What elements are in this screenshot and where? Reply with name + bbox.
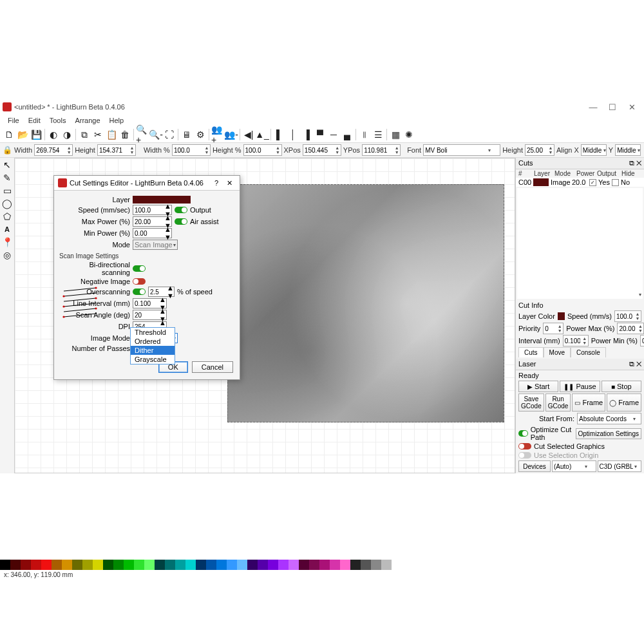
palette-swatch[interactable] <box>289 560 299 570</box>
save-gcode-button[interactable]: Save GCode <box>518 393 544 412</box>
alignm-icon[interactable]: ─ <box>327 128 340 141</box>
palette-swatch[interactable] <box>206 560 216 570</box>
optset-button[interactable]: Optimization Settings <box>576 428 642 439</box>
ellipse-tool-icon[interactable]: ◯ <box>1 198 13 209</box>
tab-move[interactable]: Move <box>544 347 571 357</box>
alignc-icon[interactable]: │ <box>287 128 299 141</box>
palette-swatch[interactable] <box>258 560 268 570</box>
text-tool-icon[interactable]: A <box>1 223 13 235</box>
settings-icon[interactable]: ⚙ <box>194 128 207 141</box>
frame-rect-button[interactable]: ▭ Frame <box>572 393 605 412</box>
menu-arrange[interactable]: Arrange <box>71 115 104 126</box>
output-checkbox[interactable]: ✓ <box>589 179 596 186</box>
optimize-toggle[interactable] <box>518 430 528 437</box>
menu-edit[interactable]: Edit <box>24 115 44 126</box>
paste-icon[interactable]: 📋 <box>105 128 118 141</box>
palette-swatch[interactable] <box>268 560 278 570</box>
palette-swatch[interactable] <box>144 560 155 570</box>
widthp-input[interactable]: ▲▼ <box>172 144 211 156</box>
cuts-row[interactable]: C00 Image 20.0 ✓Yes No <box>516 178 644 187</box>
run-gcode-button[interactable]: Run GCode <box>545 393 571 412</box>
cut-icon[interactable]: ✂ <box>91 128 104 141</box>
palette-swatch[interactable] <box>134 560 144 570</box>
palette-swatch[interactable] <box>319 560 330 570</box>
polygon-tool-icon[interactable]: ⬠ <box>1 211 13 222</box>
zoomfit-icon[interactable]: ⛶ <box>163 128 176 141</box>
canvas-image[interactable] <box>227 184 504 422</box>
palette-swatch[interactable] <box>124 560 134 570</box>
palette-swatch[interactable] <box>196 560 206 570</box>
palette-swatch[interactable] <box>93 560 103 570</box>
dlg-mode-select[interactable]: Scan Image▾ <box>133 240 178 250</box>
palette-swatch[interactable] <box>309 560 319 570</box>
alignx-select[interactable]: ▾ <box>581 144 607 156</box>
device-conn-select[interactable]: ▾ <box>598 460 642 472</box>
pen-tool-icon[interactable]: ✎ <box>1 172 13 184</box>
palette-swatch[interactable] <box>10 560 21 570</box>
cutinfo-interval-input[interactable]: ▲▼ <box>563 335 589 346</box>
imgmode-option-dither[interactable]: Dither <box>131 346 175 355</box>
cutinfo-speed-input[interactable]: ▲▼ <box>614 310 641 322</box>
aligny-select[interactable]: ▾ <box>615 144 641 156</box>
cutinfo-priority-input[interactable]: ▲▼ <box>543 323 564 334</box>
save-icon[interactable]: 💾 <box>30 128 43 141</box>
pause-button[interactable]: ❚❚ Pause <box>560 381 600 392</box>
maximize-button[interactable]: ☐ <box>603 102 622 112</box>
devices-button[interactable]: Devices <box>518 460 551 472</box>
distrib1-icon[interactable]: ⦀ <box>358 128 371 141</box>
startfrom-select[interactable]: ▾ <box>577 413 641 424</box>
alignr-icon[interactable]: ▐ <box>300 128 313 141</box>
tab-cuts[interactable]: Cuts <box>518 347 544 357</box>
palette-swatch[interactable] <box>155 560 165 570</box>
scroll-down-icon[interactable]: ▾ <box>639 292 641 298</box>
neg-toggle[interactable] <box>133 278 146 285</box>
palette-swatch[interactable] <box>52 560 62 570</box>
palette-swatch[interactable] <box>21 560 31 570</box>
new-icon[interactable]: 🗋 <box>3 128 15 141</box>
imgmode-option-ordered[interactable]: Ordered <box>131 337 175 346</box>
palette-swatch[interactable] <box>247 560 258 570</box>
alignl-icon[interactable]: ▌ <box>273 128 286 141</box>
alignt-icon[interactable]: ▀ <box>314 128 327 141</box>
palette-swatch[interactable] <box>72 560 82 570</box>
dialog-help-button[interactable]: ? <box>210 179 223 187</box>
palette-swatch[interactable] <box>350 560 361 570</box>
bidi-toggle[interactable] <box>133 265 146 272</box>
hide-checkbox[interactable] <box>612 179 619 186</box>
select-tool-icon[interactable]: ↖ <box>1 159 13 171</box>
font-select[interactable]: ▾ <box>423 144 500 156</box>
preview-icon[interactable]: 🖥 <box>180 128 193 141</box>
flipv-icon[interactable]: ▲_ <box>256 128 269 141</box>
marker-tool-icon[interactable]: 📍 <box>1 236 13 248</box>
imgmode-option-threshold[interactable]: Threshold <box>131 328 175 337</box>
zoomout-icon[interactable]: 🔍- <box>149 128 162 141</box>
lock-icon[interactable]: 🔒 <box>3 146 12 155</box>
palette-swatch[interactable] <box>227 560 237 570</box>
output-toggle[interactable] <box>175 207 187 213</box>
palette-swatch[interactable] <box>371 560 381 570</box>
open-icon[interactable]: 📂 <box>16 128 29 141</box>
start-button[interactable]: ▶ Start <box>518 381 558 392</box>
device-auto-select[interactable]: ▾ <box>552 460 596 472</box>
palette-swatch[interactable] <box>185 560 196 570</box>
delete-icon[interactable]: 🗑 <box>118 128 131 141</box>
minimize-button[interactable]: — <box>583 102 603 112</box>
xpos-input[interactable]: ▲▼ <box>303 144 341 156</box>
circleo-tool-icon[interactable]: ◎ <box>1 249 13 261</box>
palette-swatch[interactable] <box>340 560 350 570</box>
undo-icon[interactable]: ◐ <box>47 128 60 141</box>
palette-swatch[interactable] <box>299 560 309 570</box>
stop-button[interactable]: ■ Stop <box>601 381 641 392</box>
air-toggle[interactable] <box>175 218 187 225</box>
height-input[interactable]: ▲▼ <box>97 144 136 156</box>
ypos-input[interactable]: ▲▼ <box>362 144 401 156</box>
palette-swatch[interactable] <box>361 560 371 570</box>
laser-undock-icon[interactable]: ⧉ ✕ <box>629 360 641 368</box>
cutinfo-pmax-input[interactable]: ▲▼ <box>617 323 644 334</box>
heightp-input[interactable]: ▲▼ <box>243 144 282 156</box>
palette-swatch[interactable] <box>0 560 10 570</box>
cutinfo-pmin-input[interactable]: ▲▼ <box>640 335 644 346</box>
alignb-icon[interactable]: ▄ <box>341 128 354 141</box>
menu-help[interactable]: Help <box>106 115 128 126</box>
ungroup-icon[interactable]: 👥- <box>225 128 238 141</box>
